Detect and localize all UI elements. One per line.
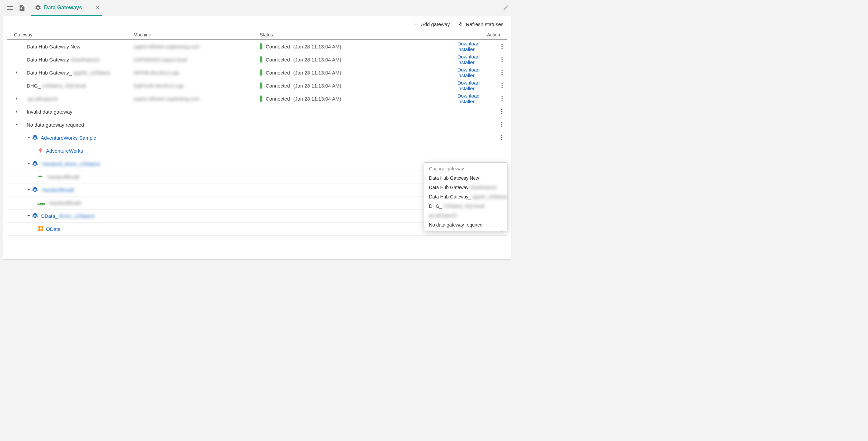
machine-name: zaptst-offsite4.zaptesting.com	[133, 96, 199, 101]
kebab-menu-button[interactable]	[499, 121, 505, 129]
new-file-button[interactable]	[16, 2, 28, 14]
status-indicator: Connected (Jan 28 11:13:04 AM)	[260, 56, 341, 62]
download-installer-link[interactable]: Download installer	[457, 93, 495, 104]
refresh-statuses-label: Refresh statuses	[466, 21, 503, 27]
svg-point-6	[501, 70, 502, 71]
main-panel: Add gateway Refresh statuses Gateway Mac…	[3, 16, 511, 259]
svg-point-4	[501, 59, 502, 60]
expander-icon[interactable]	[13, 123, 20, 126]
app-root: Data Gateways × Add gateway Refresh stat…	[0, 0, 514, 262]
kebab-menu-button[interactable]	[499, 134, 505, 142]
svg-rect-28	[38, 226, 43, 231]
svg-point-12	[501, 96, 502, 97]
kebab-menu-button[interactable]	[499, 94, 505, 102]
kebab-menu-button[interactable]	[499, 42, 505, 51]
svg-point-22	[501, 137, 502, 138]
expander-icon[interactable]	[25, 136, 32, 139]
gear-icon	[35, 4, 41, 11]
table-row[interactable]: Invalid data gateway	[7, 105, 507, 118]
datasource-name[interactable]: AdventureWorks-Sample	[41, 135, 96, 141]
table-row[interactable]: gs-allonjan15zaptst-offsite4.zaptesting.…	[7, 92, 507, 105]
leaf-name-blurred: Handsoftfinal8	[49, 200, 81, 206]
top-bar: Data Gateways ×	[0, 0, 514, 16]
kebab-menu-button[interactable]	[499, 55, 505, 63]
expander-icon[interactable]	[13, 110, 20, 113]
svg-point-18	[501, 122, 502, 123]
table-row[interactable]: No data gateway required	[7, 118, 507, 131]
table-row[interactable]: Data Hub Gatewayshwethatest1ZAP000420.za…	[7, 53, 507, 66]
leaf-name[interactable]: AdventureWorks	[46, 148, 83, 154]
stack-icon	[32, 160, 38, 167]
table-row[interactable]: AdventureWorks-Sample	[7, 131, 507, 144]
menu-item[interactable]: DHG_125latest_SQLforall	[424, 202, 507, 211]
stack-icon	[32, 186, 38, 194]
status-indicator: Connected (Jan 28 11:13:04 AM)	[260, 83, 341, 89]
gateway-name: Data Hub Gateway	[27, 57, 69, 62]
col-header-status: Status	[260, 32, 457, 37]
change-gateway-menu: Change gateway Data Hub Gateway New Data…	[424, 163, 507, 231]
svg-point-0	[501, 44, 502, 45]
edit-button[interactable]	[503, 4, 509, 12]
status-indicator: Connected (Jan 28 11:13:04 AM)	[260, 95, 341, 101]
kebab-menu-button[interactable]	[499, 108, 505, 116]
menu-item[interactable]: gs-allonjan15	[424, 211, 507, 220]
refresh-statuses-button[interactable]: Refresh statuses	[458, 21, 503, 27]
table-row[interactable]: Data Hub Gateway_app05_125latestAPP05.de…	[7, 66, 507, 79]
expander-icon[interactable]	[25, 188, 32, 192]
menu-item[interactable]: Data Hub Gatewayshwethatest1	[424, 183, 507, 192]
col-header-action: Action	[457, 32, 507, 37]
expander-icon[interactable]	[13, 71, 20, 74]
machine-name: zaptst-offsite4.zaptesting.com	[133, 44, 199, 50]
add-gateway-label: Add gateway	[421, 21, 450, 27]
add-gateway-button[interactable]: Add gateway	[413, 21, 450, 27]
gateway-name-blurred: gs-allonjan15	[28, 96, 58, 101]
expander-icon[interactable]	[25, 162, 32, 165]
col-header-gateway: Gateway	[7, 32, 133, 37]
sage-icon: sage	[37, 200, 45, 206]
svg-rect-24	[38, 175, 42, 177]
refresh-icon	[458, 21, 464, 27]
menu-title: Change gateway	[424, 164, 507, 173]
toolbar: Add gateway Refresh statuses	[3, 16, 511, 30]
gateway-name: Data Hub Gateway_	[27, 70, 72, 76]
kebab-menu-button[interactable]	[499, 68, 505, 77]
hamburger-menu-button[interactable]	[4, 2, 16, 14]
gateway-name: DHG_	[27, 83, 41, 89]
download-installer-link[interactable]: Download installer	[457, 80, 495, 91]
expander-icon[interactable]	[13, 97, 20, 100]
menu-item[interactable]: No data gateway required	[424, 220, 507, 230]
plus-icon	[413, 21, 419, 27]
menu-item[interactable]: Data Hub Gateway New	[424, 173, 507, 183]
svg-point-9	[501, 83, 502, 84]
svg-point-17	[501, 113, 502, 114]
table-row[interactable]: Data Hub Gateway Newzaptst-offsite4.zapt…	[7, 40, 507, 53]
menu-item[interactable]: Data Hub Gateway_app05_125latest	[424, 192, 507, 202]
expander-icon[interactable]	[25, 214, 32, 217]
leaf-name[interactable]: OData	[46, 226, 60, 232]
svg-point-1	[501, 46, 502, 47]
tab-label: Data Gateways	[44, 5, 82, 11]
datasource-name-blurred: Handsoft_Brem_125latest	[42, 161, 100, 167]
group-name: No data gateway required	[27, 122, 84, 128]
tag-green-icon	[37, 173, 43, 180]
group-name: Invalid data gateway	[27, 109, 72, 115]
kebab-menu-button[interactable]	[499, 82, 505, 90]
datasource-name-blurred: Brem_125latest	[59, 213, 94, 219]
gateway-name-blurred: 125latest_SQLforall	[42, 83, 86, 89]
download-installer-link[interactable]: Download installer	[457, 67, 495, 78]
svg-point-21	[501, 135, 502, 136]
table-row[interactable]: DHG_125latest_SQLforallSqlFor40.dev2k12.…	[7, 79, 507, 92]
download-installer-link[interactable]: Download installer	[457, 41, 495, 52]
leaf-name-blurred: Handsoftfinal8	[48, 174, 80, 180]
datasource-name[interactable]: OData_	[41, 213, 58, 219]
tab-data-gateways[interactable]: Data Gateways ×	[31, 0, 102, 16]
svg-point-11	[501, 87, 502, 88]
svg-point-14	[501, 100, 502, 101]
tab-close-button[interactable]: ×	[96, 4, 99, 11]
datasource-name-blurred: Handsoftfinal8	[42, 187, 74, 193]
svg-point-3	[501, 57, 502, 58]
stack-icon	[32, 212, 38, 219]
table-row[interactable]: AdventureWorks	[7, 144, 507, 157]
download-installer-link[interactable]: Download installer	[457, 54, 495, 65]
table-header: Gateway Machine Status Action	[7, 30, 507, 40]
